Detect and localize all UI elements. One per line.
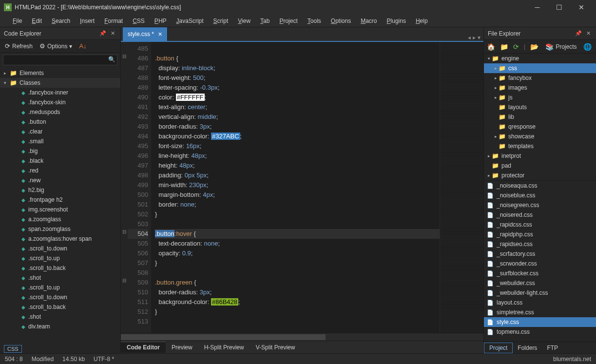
minimap[interactable] [440, 42, 483, 333]
maximize-button[interactable]: ☐ [548, 0, 570, 15]
file-item[interactable]: 📄_noisered.css [484, 210, 596, 220]
class-item[interactable]: ◆a.zoomglass:hover span [0, 234, 120, 244]
menu-view[interactable]: View [233, 16, 255, 26]
class-item[interactable]: ◆div.team [0, 322, 120, 331]
menu-insert[interactable]: Insert [75, 16, 99, 26]
class-item[interactable]: ◆.scroll_to.back [0, 302, 120, 312]
projects-button[interactable]: 📚Projects [543, 42, 578, 52]
file-item[interactable]: 📄_noisegreen.css [484, 200, 596, 210]
tab-menu-icon[interactable]: ▾ [478, 34, 481, 41]
file-item[interactable]: 📄simpletree.css [484, 307, 596, 317]
class-item[interactable]: ◆.new [0, 175, 120, 185]
line-gutter[interactable]: 4854864874884894904914924934944954964974… [128, 42, 151, 333]
class-item[interactable]: ◆.frontpage h2 [0, 195, 120, 205]
menu-help[interactable]: Help [411, 16, 433, 26]
folder-protector[interactable]: ▸📁protector [484, 171, 596, 180]
code-explorer-search-input[interactable] [3, 55, 117, 65]
view-tab-preview[interactable]: Preview [166, 342, 198, 353]
file-item[interactable]: 📄_webuilder-light.css [484, 288, 596, 298]
class-item[interactable]: ◆.small [0, 136, 120, 146]
refresh-icon[interactable]: ⟳ [513, 43, 519, 51]
class-item[interactable]: ◆.clear [0, 127, 120, 136]
view-tab-v-split-preview[interactable]: V-Split Preview [250, 342, 301, 353]
folder-js[interactable]: ▸📁js [484, 93, 596, 102]
class-item[interactable]: ◆.red [0, 166, 120, 175]
code-explorer-tree[interactable]: ▸📁Elements▾📁Classes◆.fancybox-inner◆.fan… [0, 67, 120, 353]
menu-file[interactable]: File [8, 16, 27, 26]
menu-options[interactable]: Options [326, 16, 356, 26]
folder-fancybox[interactable]: ▸📁fancybox [484, 73, 596, 83]
folder-inetprot[interactable]: ▸📁inetprot [484, 151, 596, 161]
panel-close-icon[interactable]: ✕ [584, 30, 592, 38]
close-button[interactable]: ✕ [570, 0, 592, 15]
menu-search[interactable]: Search [47, 16, 75, 26]
search-icon[interactable]: 🔍 [108, 56, 115, 63]
refresh-button[interactable]: ⟳Refresh [3, 41, 35, 51]
file-item[interactable]: 📄_surfblocker.css [484, 268, 596, 278]
code-area[interactable]: .button { display: inline-block; font-we… [151, 42, 440, 333]
panel-close-icon[interactable]: ✕ [109, 30, 116, 38]
class-item[interactable]: ◆.big [0, 146, 120, 156]
file-item[interactable]: 📄_scrwonder.css [484, 259, 596, 268]
folder-images[interactable]: ▸📁images [484, 83, 596, 93]
file-item[interactable]: 📄style.css [484, 317, 596, 327]
file-item[interactable]: 📄_webuilder.css [484, 278, 596, 288]
class-item[interactable]: ◆.button [0, 117, 120, 127]
class-item[interactable]: ◆.scroll_to.down [0, 292, 120, 302]
pin-icon[interactable]: 📌 [575, 30, 582, 38]
view-tab-h-split-preview[interactable]: H-Split Preview [198, 342, 250, 353]
menu-tools[interactable]: Tools [303, 16, 326, 26]
file-item[interactable]: 📄topmenu.css [484, 327, 596, 337]
tree-group-elements[interactable]: ▸📁Elements [0, 68, 120, 78]
menu-plugins[interactable]: Plugins [382, 16, 411, 26]
new-folder-icon[interactable]: 📁 [500, 43, 508, 51]
class-item[interactable]: ◆.scroll_to.down [0, 244, 120, 253]
menu-project[interactable]: Project [274, 16, 302, 26]
view-tab-code-editor[interactable]: Code Editor [121, 342, 166, 353]
folder-qresponse[interactable]: 📁qresponse [484, 122, 596, 132]
folder-icon[interactable]: 📂 [530, 43, 538, 51]
folder-lib[interactable]: 📁lib [484, 112, 596, 122]
globe-icon[interactable]: 🌐 [583, 43, 592, 51]
file-item[interactable]: 📄_scrfactory.css [484, 249, 596, 259]
class-item[interactable]: ◆.fancybox-inner [0, 88, 120, 97]
class-item[interactable]: ◆.fancybox-skin [0, 97, 120, 107]
code-editor[interactable]: ⊟⊟⊟ 485486487488489490491492493494495496… [121, 42, 483, 333]
menu-php[interactable]: PHP [150, 16, 172, 26]
minimize-button[interactable]: ─ [526, 0, 548, 15]
home-icon[interactable]: 🏠 [487, 43, 495, 51]
class-item[interactable]: ◆a.zoomglass [0, 214, 120, 224]
class-item[interactable]: ◆img.screenshot [0, 205, 120, 214]
tab-style-css[interactable]: style.css * ✕ [123, 27, 168, 41]
tab-nav-right-icon[interactable]: ▸ [473, 34, 476, 41]
class-item[interactable]: ◆.black [0, 156, 120, 166]
options-button[interactable]: ⚙Options▾ [38, 41, 74, 51]
file-list[interactable]: 📄_noiseaqua.css📄_noiseblue.css📄_noisegre… [484, 180, 596, 342]
folder-pad[interactable]: 📁pad [484, 161, 596, 171]
class-item[interactable]: ◆.meduspods [0, 107, 120, 117]
menu-edit[interactable]: Edit [27, 16, 47, 26]
file-item[interactable]: 📄_rapidseo.css [484, 239, 596, 249]
class-item[interactable]: ◆.scroll_to.back [0, 263, 120, 273]
menu-macro[interactable]: Macro [356, 16, 382, 26]
language-badge[interactable]: CSS [4, 345, 22, 353]
file-item[interactable]: 📄_rapidphp.css [484, 230, 596, 239]
menu-css[interactable]: CSS [128, 16, 150, 26]
tab-close-icon[interactable]: ✕ [158, 31, 162, 38]
folder-css[interactable]: ▸📁css [484, 63, 596, 73]
pin-icon[interactable]: 📌 [99, 30, 107, 38]
folder-layouts[interactable]: 📁layouts [484, 102, 596, 112]
fe-tab-folders[interactable]: Folders [513, 343, 542, 353]
menu-format[interactable]: Format [99, 16, 128, 26]
file-item[interactable]: 📄_noiseaqua.css [484, 181, 596, 191]
menu-script[interactable]: Script [209, 16, 233, 26]
fe-tab-ftp[interactable]: FTP [542, 343, 563, 353]
horizontal-scrollbar[interactable] [121, 333, 483, 341]
file-item[interactable]: 📄_noiseblue.css [484, 191, 596, 200]
sort-button[interactable]: A↓ [77, 41, 88, 51]
file-item[interactable]: 📄_rapidcss.css [484, 220, 596, 230]
folder-engine[interactable]: ▾📁engine [484, 54, 596, 63]
class-item[interactable]: ◆.shot [0, 273, 120, 283]
tab-nav-left-icon[interactable]: ◂ [468, 34, 471, 41]
tree-group-classes[interactable]: ▾📁Classes [0, 78, 120, 88]
